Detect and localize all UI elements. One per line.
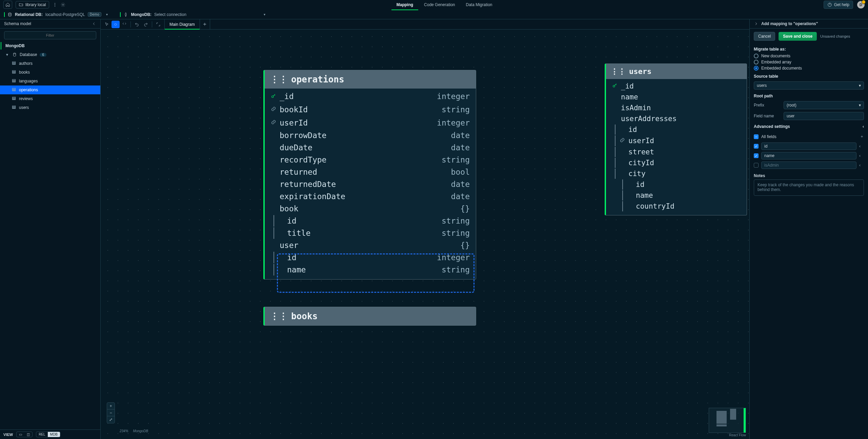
migrate-option-new-documents[interactable]: New documents (750, 53, 868, 59)
collapse-sidebar-icon[interactable] (92, 21, 96, 26)
svg-rect-24 (12, 108, 15, 108)
schema-field-type: integer (437, 252, 470, 263)
tool-expand[interactable] (154, 21, 162, 28)
relational-db-selector[interactable]: Relational DB: localhost-PostgreSQL Demo… (4, 12, 108, 17)
schema-field-row[interactable]: returnedDatedate (265, 178, 476, 190)
schema-field-row[interactable]: returnedbool (265, 166, 476, 178)
migrate-option-embedded-array[interactable]: Embedded array (750, 59, 868, 65)
advanced-settings-toggle[interactable]: Advanced settings ‹ (750, 121, 868, 132)
migrate-option-embedded-documents[interactable]: Embedded documents (750, 65, 868, 71)
schema-field-row[interactable]: userIdinteger (265, 116, 476, 129)
add-diagram-tab[interactable]: ＋ (200, 19, 210, 29)
schema-field-row[interactable]: namestring (265, 264, 476, 276)
tree-item-users[interactable]: users (0, 103, 100, 112)
tree-item-languages[interactable]: languages (0, 77, 100, 85)
root-path-label: Root path (750, 91, 868, 100)
field-checkbox[interactable]: ✓ (754, 153, 759, 158)
sidebar-title: Schema model (4, 21, 31, 26)
schema-field-row[interactable]: bookIdstring (265, 103, 476, 116)
node-operations[interactable]: ⋮⋮ operations _idintegerbookIdstringuser… (263, 70, 476, 280)
view-layout-toggle[interactable]: ▭ ◫ (16, 432, 33, 437)
schema-field-row[interactable]: userId (606, 135, 747, 147)
mapping-field-name[interactable]: id (761, 142, 856, 150)
all-fields-checkbox[interactable]: − (754, 134, 759, 139)
save-and-close-button[interactable]: Save and close (779, 32, 817, 41)
schema-field-row[interactable]: userAddresses (606, 113, 747, 124)
schema-field-row[interactable]: id (606, 124, 747, 135)
project-chip[interactable]: library local (16, 1, 49, 8)
zoom-fit-button[interactable]: ⤢ (107, 416, 115, 423)
tree-item-reviews[interactable]: reviews (0, 94, 100, 103)
field-checkbox[interactable]: ✓ (754, 144, 759, 149)
mapping-field-name[interactable]: isAdmin (761, 161, 856, 169)
chevron-left-icon[interactable]: ‹ (859, 144, 864, 149)
gear-icon[interactable] (61, 2, 65, 7)
tab-mapping[interactable]: Mapping (391, 0, 419, 10)
minimap[interactable] (709, 408, 746, 433)
schema-field-row[interactable]: cityId (606, 157, 747, 168)
schema-field-row[interactable]: titlestring (265, 227, 476, 239)
tool-select[interactable] (112, 21, 120, 28)
mongodb-selector[interactable]: MongoDB: Select connection ▾ (120, 12, 265, 17)
tool-pointer[interactable] (103, 21, 111, 28)
schema-field-row[interactable]: _idinteger (265, 90, 476, 103)
status-indicator-icon (120, 12, 121, 17)
node-users[interactable]: ⋮⋮ users _idnameisAdminuserAddressesidus… (605, 63, 747, 215)
schema-field-row[interactable]: name (606, 92, 747, 102)
diagram-canvas[interactable]: ⋮⋮ operations _idintegerbookIdstringuser… (101, 30, 749, 439)
cancel-button[interactable]: Cancel (754, 32, 775, 41)
node-books-header[interactable]: ⋮⋮ books (265, 307, 476, 325)
node-operations-header[interactable]: ⋮⋮ operations (265, 70, 476, 89)
tab-codegen[interactable]: Code Generation (419, 0, 460, 10)
schema-field-type: date (451, 130, 470, 141)
fieldname-input[interactable] (784, 112, 864, 120)
schema-field-row[interactable]: recordTypestring (265, 154, 476, 166)
diagram-tab-main[interactable]: Main Diagram (165, 19, 200, 29)
add-field-icon[interactable]: ＋ (860, 134, 864, 139)
mapping-field-name[interactable]: name (761, 152, 856, 159)
tab-migration[interactable]: Data Migration (461, 0, 498, 10)
tool-undo[interactable] (133, 21, 141, 28)
chevron-right-icon[interactable] (754, 21, 759, 26)
schema-field-row[interactable]: city (606, 168, 747, 179)
chevron-left-icon[interactable]: ‹ (859, 163, 864, 168)
node-users-header[interactable]: ⋮⋮ users (606, 64, 747, 79)
more-vert-icon[interactable] (53, 2, 57, 7)
schema-field-row[interactable]: user{} (265, 239, 476, 251)
schema-field-type: string (442, 154, 470, 166)
schema-field-row[interactable]: name (606, 190, 747, 201)
tree-item-books[interactable]: books (0, 68, 100, 77)
schema-field-row[interactable]: expirationDatedate (265, 190, 476, 203)
svg-rect-9 (12, 64, 15, 64)
view-db-toggle[interactable]: REL MDB (36, 432, 60, 437)
schema-field-row[interactable]: id (606, 179, 747, 190)
schema-field-row[interactable]: _id (606, 80, 747, 92)
tool-redo[interactable] (142, 21, 150, 28)
home-button[interactable] (3, 1, 12, 9)
schema-field-row[interactable]: idstring (265, 215, 476, 227)
schema-field-row[interactable]: idinteger (265, 251, 476, 264)
prefix-select[interactable]: (root) ▾ (784, 101, 864, 109)
tree-item-operations[interactable]: operations (0, 85, 100, 94)
schema-field-row[interactable]: isAdmin (606, 102, 747, 113)
schema-field-row[interactable]: street (606, 147, 747, 157)
tool-pan[interactable] (120, 21, 128, 28)
field-checkbox[interactable] (754, 163, 759, 168)
zoom-out-button[interactable]: − (107, 409, 115, 416)
database-icon (7, 12, 12, 17)
zoom-in-button[interactable]: ＋ (107, 403, 115, 409)
schema-field-row[interactable]: dueDatedate (265, 141, 476, 154)
get-help-button[interactable]: Get help (824, 1, 853, 9)
migrate-as-label: Migrate table as: (750, 44, 868, 53)
source-table-select[interactable]: users ▾ (754, 81, 864, 90)
schema-field-row[interactable]: countryId (606, 201, 747, 212)
node-books[interactable]: ⋮⋮ books (263, 307, 476, 326)
schema-field-row[interactable]: borrowDatedate (265, 129, 476, 141)
schema-filter-input[interactable] (4, 31, 96, 39)
tree-item-authors[interactable]: authors (0, 59, 100, 68)
tree-root-database[interactable]: ▾ Database 6 (0, 50, 100, 59)
schema-field-row[interactable]: book{} (265, 203, 476, 215)
chevron-left-icon[interactable]: ‹ (859, 153, 864, 158)
notes-textarea[interactable]: Keep track of the changes you made and t… (754, 179, 864, 196)
avatar[interactable]: D (857, 1, 865, 8)
